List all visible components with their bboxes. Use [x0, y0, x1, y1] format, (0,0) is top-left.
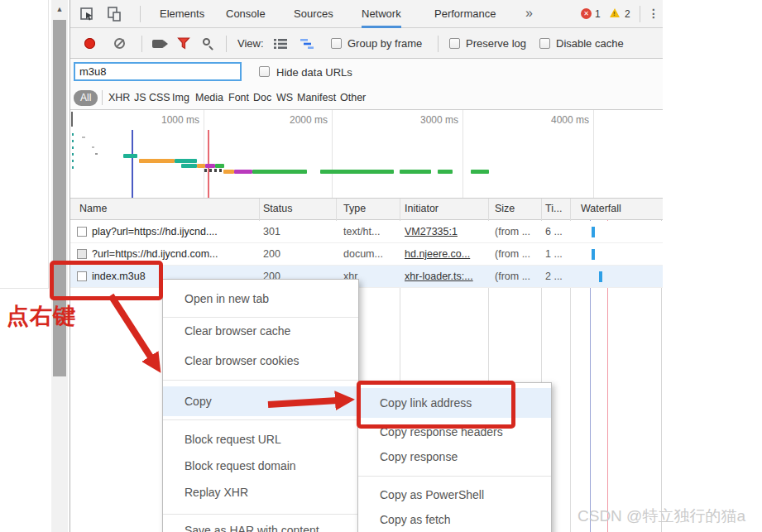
overview-bar: [234, 170, 252, 174]
menu-item-clear-browser-cache[interactable]: Clear browser cache: [163, 319, 358, 343]
menu-separator: [163, 317, 358, 318]
request-name: play?url=https://hd.ijycnd....: [92, 226, 218, 237]
column-header-size[interactable]: Size: [495, 203, 515, 214]
menu-item-open-in-new-tab[interactable]: Open in new tab: [163, 287, 358, 310]
menu-item-label: Copy response: [380, 450, 458, 463]
error-badge-icon[interactable]: ✕: [581, 8, 592, 19]
toolbar-divider: [226, 36, 227, 52]
overview-bar: [438, 170, 453, 174]
type-filter-manifest[interactable]: Manifest: [297, 92, 336, 103]
request-type: text/ht...: [343, 226, 380, 237]
gridline: [332, 110, 333, 198]
request-time: 2 ...: [545, 271, 563, 282]
search-icon[interactable]: [203, 38, 210, 46]
tab-performance[interactable]: Performance: [434, 0, 496, 26]
overview-bar: [197, 164, 205, 168]
annotation-box-index-m3u8: [50, 261, 163, 300]
toolbar-divider: [438, 36, 439, 52]
column-header-name[interactable]: Name: [79, 203, 107, 214]
column-header-waterfall[interactable]: Waterfall: [581, 203, 621, 214]
request-status: 301: [263, 226, 280, 237]
disable-cache-label: Disable cache: [556, 37, 624, 50]
toolbar-divider: [102, 90, 103, 105]
type-filter-media[interactable]: Media: [195, 92, 223, 103]
requests-table-header: Name Status Type Initiator Size Ti... Wa…: [70, 199, 663, 220]
type-filter-xhr[interactable]: XHR: [108, 92, 130, 103]
type-filter-font[interactable]: Font: [228, 92, 249, 103]
type-filter-other[interactable]: Other: [340, 92, 366, 103]
scrollbar-up-arrow-icon[interactable]: ▲: [51, 2, 68, 17]
menu-item-label: Save as HAR with content: [185, 524, 319, 532]
warning-count: 2: [625, 8, 630, 20]
overview-dashed-marks: [72, 133, 74, 170]
request-checkbox[interactable]: [77, 227, 87, 237]
record-button[interactable]: [84, 38, 95, 49]
type-filter-all[interactable]: All: [74, 90, 98, 106]
dom-content-loaded-line: [132, 130, 133, 198]
devtools-tab-bar: Elements Console Sources Network Perform…: [70, 0, 663, 28]
hide-data-urls-checkbox[interactable]: [259, 66, 270, 77]
menu-item-copy[interactable]: Copy ▶: [163, 386, 358, 416]
menu-item-copy-as-powershell[interactable]: Copy as PowerShell: [358, 482, 551, 507]
disable-cache-checkbox[interactable]: [539, 38, 550, 49]
menu-item-replay-xhr[interactable]: Replay XHR: [163, 479, 358, 506]
overview-bar: [175, 159, 197, 163]
tab-console[interactable]: Console: [226, 0, 266, 26]
menu-separator: [358, 476, 551, 477]
menu-item-save-as-har[interactable]: Save as HAR with content: [163, 517, 358, 532]
waterfall-bar: [592, 227, 595, 237]
menu-item-label: Open in new tab: [185, 292, 269, 305]
filter-funnel-icon[interactable]: [177, 37, 191, 50]
type-filter-img[interactable]: Img: [172, 92, 189, 103]
preserve-log-checkbox[interactable]: [449, 38, 460, 49]
timeline-tick-label: 3000 ms: [409, 114, 458, 126]
filter-input[interactable]: [74, 62, 242, 81]
overflow-menu-icon[interactable]: ⋮: [648, 7, 659, 20]
screenshot-capture-icon[interactable]: [152, 40, 164, 48]
toolbar-divider: [140, 6, 141, 22]
group-by-frame-checkbox[interactable]: [331, 38, 342, 49]
inspect-element-icon[interactable]: [80, 7, 94, 22]
waterfall-bar: [592, 249, 595, 260]
menu-item-block-request-url[interactable]: Block request URL: [163, 426, 358, 453]
menu-item-copy-as-fetch[interactable]: Copy as fetch: [358, 507, 551, 532]
type-filter-ws[interactable]: WS: [276, 92, 293, 103]
column-header-time[interactable]: Ti...: [545, 203, 562, 214]
request-checkbox[interactable]: [77, 249, 87, 259]
tab-network[interactable]: Network: [362, 0, 401, 28]
column-header-initiator[interactable]: Initiator: [405, 203, 439, 214]
request-initiator-link[interactable]: hd.njeere.co...: [405, 248, 470, 260]
menu-item-copy-response[interactable]: Copy response: [358, 444, 551, 469]
timeline-tick-label: 2000 ms: [278, 114, 328, 126]
type-filter-css[interactable]: CSS: [149, 92, 170, 103]
column-header-type[interactable]: Type: [343, 203, 366, 214]
more-tabs-chevron-icon[interactable]: »: [525, 6, 533, 21]
column-header-status[interactable]: Status: [263, 203, 292, 214]
request-initiator-link[interactable]: VM27335:1: [405, 226, 458, 237]
tab-sources[interactable]: Sources: [294, 0, 333, 26]
request-type: docum...: [343, 248, 383, 260]
network-overview-timeline[interactable]: 1000 ms 2000 ms 3000 ms 4000 ms: [70, 110, 663, 199]
type-filter-js[interactable]: JS: [134, 92, 146, 103]
menu-item-clear-browser-cookies[interactable]: Clear browser cookies: [163, 348, 358, 373]
overview-bar: [205, 164, 215, 168]
type-filter-doc[interactable]: Doc: [253, 92, 271, 103]
view-list-icon[interactable]: [274, 39, 287, 49]
gridline: [204, 110, 204, 198]
request-initiator-link[interactable]: xhr-loader.ts:...: [405, 271, 473, 282]
device-toolbar-icon[interactable]: [107, 7, 122, 22]
menu-separator: [163, 514, 358, 515]
annotation-box-copy-link-address: [357, 381, 515, 429]
menu-item-label: Clear browser cookies: [185, 354, 300, 367]
request-row-play[interactable]: play?url=https://hd.ijycnd.... 301 text/…: [70, 221, 663, 243]
tab-elements[interactable]: Elements: [160, 0, 204, 26]
menu-item-block-request-domain[interactable]: Block request domain: [163, 453, 358, 479]
view-waterfall-icon[interactable]: [300, 39, 314, 49]
clear-requests-icon[interactable]: [114, 38, 125, 49]
menu-item-label: Replay XHR: [185, 486, 248, 499]
submenu-arrow-icon: ▶: [344, 397, 350, 405]
menu-item-label: Block request domain: [185, 459, 296, 472]
resource-type-filter-bar: All XHR JS CSS Img Media Font Doc WS Man…: [70, 86, 663, 110]
toolbar-divider: [141, 36, 142, 52]
request-size: (from ...: [495, 271, 530, 282]
